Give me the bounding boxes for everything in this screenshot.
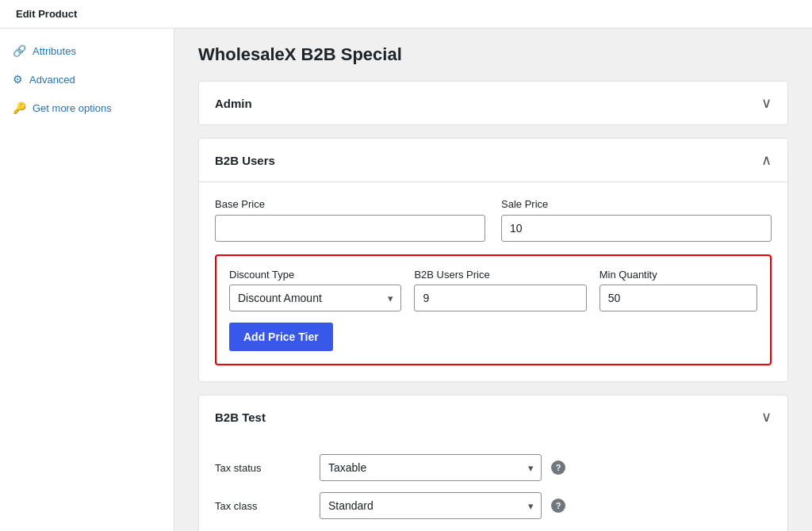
sidebar-item-more-options[interactable]: 🔑 Get more options <box>0 94 174 122</box>
b2b-users-chevron-icon: ∧ <box>761 151 772 169</box>
b2b-price-group: B2B Users Price <box>414 269 586 311</box>
top-bar: Edit Product <box>0 0 812 29</box>
admin-panel-header[interactable]: Admin ∨ <box>199 82 787 124</box>
discount-type-group: Discount Type Discount Amount Percentage… <box>229 269 401 311</box>
min-qty-input[interactable] <box>599 285 757 311</box>
min-qty-group: Min Quantity <box>599 269 757 311</box>
sale-price-input[interactable] <box>501 215 772 242</box>
sidebar: 🔗 Attributes ⚙ Advanced 🔑 Get more optio… <box>0 29 174 531</box>
add-price-tier-button[interactable]: Add Price Tier <box>229 323 333 351</box>
b2b-test-panel-header[interactable]: B2B Test ∨ <box>199 395 787 438</box>
attributes-icon: 🔗 <box>13 44 26 57</box>
tier-fields-row: Discount Type Discount Amount Percentage… <box>229 269 757 311</box>
tax-status-select-wrapper: Taxable Shipping only None <box>320 454 542 481</box>
base-price-label: Base Price <box>215 198 485 210</box>
tax-class-label: Tax class <box>215 500 310 512</box>
sale-price-group: Sale Price <box>501 198 772 242</box>
sale-price-label: Sale Price <box>501 198 772 210</box>
b2b-test-panel: B2B Test ∨ Tax status Taxable Shipping o… <box>198 395 788 531</box>
b2b-price-label: B2B Users Price <box>414 269 586 281</box>
tax-class-row: Tax class Standard ? <box>215 492 772 519</box>
b2b-users-panel: B2B Users ∧ Base Price Sale Price <box>198 138 788 382</box>
sidebar-item-advanced[interactable]: ⚙ Advanced <box>0 65 174 94</box>
main-layout: 🔗 Attributes ⚙ Advanced 🔑 Get more optio… <box>0 29 812 531</box>
admin-panel-title: Admin <box>215 97 252 110</box>
discount-type-select[interactable]: Discount Amount Percentage Discount Fixe… <box>229 285 401 311</box>
page-title: Edit Product <box>16 8 77 20</box>
admin-panel: Admin ∨ <box>198 81 788 125</box>
sidebar-label-more-options: Get more options <box>33 102 112 114</box>
admin-chevron-icon: ∨ <box>761 94 772 112</box>
b2b-test-chevron-icon: ∨ <box>761 408 772 426</box>
b2b-test-panel-title: B2B Test <box>215 411 266 424</box>
b2b-users-panel-body: Base Price Sale Price Discount Type <box>199 182 787 381</box>
base-price-group: Base Price <box>215 198 485 242</box>
b2b-test-panel-body: Tax status Taxable Shipping only None ? … <box>199 438 787 531</box>
tax-status-select[interactable]: Taxable Shipping only None <box>320 454 542 481</box>
base-price-input[interactable] <box>215 215 485 242</box>
tax-class-help-icon[interactable]: ? <box>551 499 565 513</box>
tax-status-row: Tax status Taxable Shipping only None ? <box>215 454 772 481</box>
tax-class-select-wrapper: Standard <box>320 492 542 519</box>
tax-class-select[interactable]: Standard <box>320 492 542 519</box>
more-options-icon: 🔑 <box>13 101 26 114</box>
b2b-users-panel-header[interactable]: B2B Users ∧ <box>199 139 787 182</box>
tax-status-help-icon[interactable]: ? <box>551 460 565 475</box>
sidebar-label-attributes: Attributes <box>33 45 76 57</box>
price-row: Base Price Sale Price <box>215 198 772 242</box>
advanced-icon: ⚙ <box>13 73 23 86</box>
sidebar-label-advanced: Advanced <box>29 74 75 86</box>
b2b-price-input[interactable] <box>414 285 586 311</box>
discount-type-select-wrapper: Discount Amount Percentage Discount Fixe… <box>229 285 401 311</box>
sidebar-item-attributes[interactable]: 🔗 Attributes <box>0 36 174 65</box>
content-area: WholesaleX B2B Special Admin ∨ B2B Users… <box>174 29 812 531</box>
b2b-users-panel-title: B2B Users <box>215 154 275 167</box>
discount-type-label: Discount Type <box>229 269 401 281</box>
tax-status-label: Tax status <box>215 462 310 474</box>
tier-box: Discount Type Discount Amount Percentage… <box>215 254 772 365</box>
min-qty-label: Min Quantity <box>599 269 757 281</box>
product-title: WholesaleX B2B Special <box>198 44 788 65</box>
page-wrapper: Edit Product 🔗 Attributes ⚙ Advanced 🔑 G… <box>0 0 812 531</box>
